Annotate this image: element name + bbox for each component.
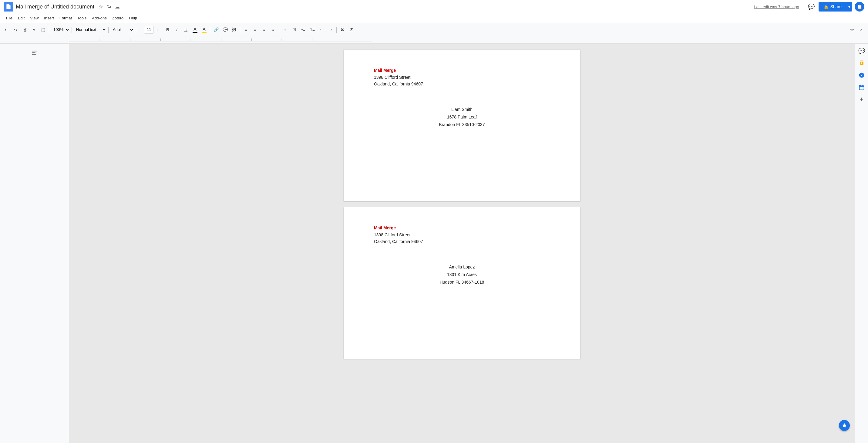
clear-formatting-button[interactable]: ✖ (338, 26, 347, 34)
page1-recipient-street: 1678 Palm Leaf (374, 113, 550, 121)
toolbar-right: ✏ ∧ (848, 26, 866, 34)
undo-button[interactable]: ↩ (2, 26, 11, 34)
menu-tools[interactable]: Tools (75, 14, 89, 22)
chat-sidebar-icon[interactable]: 💬 (857, 46, 866, 56)
numbered-list-button[interactable]: 1≡ (308, 26, 317, 34)
font-select[interactable]: Arial Times New Roman Courier New (110, 26, 134, 34)
star-icon[interactable]: ☆ (98, 3, 103, 10)
insert-comment-button[interactable]: 💬 (221, 26, 229, 34)
separator-7 (240, 27, 240, 33)
text-color-button[interactable]: A (191, 26, 199, 34)
menu-addons[interactable]: Add-ons (90, 14, 109, 22)
menu-edit[interactable]: Edit (16, 14, 27, 22)
redo-button[interactable]: ↪ (11, 26, 20, 34)
bulleted-list-button[interactable]: •≡ (299, 26, 308, 34)
font-size-decrease-button[interactable]: − (138, 26, 144, 34)
z-button[interactable]: Z (347, 26, 356, 34)
right-sidebar: 💬 + (855, 44, 868, 443)
main-layout: Mail Merge 1398 Clifford Street Oakland,… (0, 44, 868, 443)
page1-sender-city: Oakland, California 94607 (374, 80, 550, 87)
menu-view[interactable]: View (28, 14, 41, 22)
outline-icon[interactable] (29, 47, 40, 58)
svg-text:|: | (99, 38, 100, 41)
font-size-input[interactable] (144, 26, 154, 34)
menu-bar: File Edit View Insert Format Tools Add-o… (0, 13, 868, 23)
menu-help[interactable]: Help (126, 14, 140, 22)
lock-icon: 🔒 (824, 4, 829, 9)
indent-increase-button[interactable]: ⇥ (326, 26, 335, 34)
align-right-button[interactable]: ≡ (260, 26, 269, 34)
format-paint-button[interactable]: ⬚ (39, 26, 47, 34)
separator-9 (336, 27, 337, 33)
page2-sender-name: Mail Merge (374, 226, 550, 230)
keep-sidebar-icon[interactable] (857, 58, 866, 68)
share-dropdown-button[interactable]: ▾ (846, 2, 852, 11)
page2-recipient-block: Amelia Lopez 1831 Kim Acres Hudson FL 34… (374, 263, 550, 286)
user-avatar[interactable]: 📋 (855, 2, 864, 11)
print-button[interactable]: 🖨 (21, 26, 29, 34)
svg-text:|: | (160, 38, 161, 41)
align-justify-button[interactable]: ≡ (269, 26, 278, 34)
drive-icon[interactable]: 🗂 (106, 3, 112, 10)
separator-4 (136, 27, 136, 33)
ruler: | | | | | | | | (0, 36, 868, 44)
svg-text:|: | (190, 38, 191, 41)
align-center-button[interactable]: ≡ (251, 26, 259, 34)
page1-sender-name: Mail Merge (374, 68, 550, 73)
link-button[interactable]: 🔗 (212, 26, 220, 34)
text-cursor (374, 141, 374, 146)
toolbar: ↩ ↪ 🖨 A ⬚ 100% 75% 150% Normal text Head… (0, 23, 868, 36)
cloud-icon[interactable]: ☁ (114, 3, 120, 10)
editing-mode-button[interactable]: ✏ (848, 26, 857, 34)
bold-button[interactable]: B (163, 26, 172, 34)
paragraph-style-select[interactable]: Normal text Heading 1 Heading 2 (73, 26, 107, 34)
calendar-sidebar-icon[interactable] (857, 82, 866, 92)
title-icons: ☆ 🗂 ☁ (98, 3, 120, 10)
add-addon-icon[interactable]: + (857, 95, 866, 104)
title-bar: Mail merge of Untitled document ☆ 🗂 ☁ La… (0, 0, 868, 13)
page1-recipient-block: Liam Smith 1678 Palm Leaf Brandon FL 335… (374, 106, 550, 129)
separator-1 (49, 27, 49, 33)
checklist-button[interactable]: ☑ (290, 26, 299, 34)
left-sidebar (0, 44, 69, 443)
svg-text:|: | (221, 38, 221, 41)
fab-button[interactable] (839, 420, 850, 431)
document-area[interactable]: Mail Merge 1398 Clifford Street Oakland,… (69, 44, 855, 443)
separator-2 (71, 27, 72, 33)
font-size-increase-button[interactable]: + (154, 26, 160, 34)
separator-3 (108, 27, 108, 33)
doc-title: Mail merge of Untitled document (16, 4, 94, 10)
insert-image-button[interactable]: 🖼 (230, 26, 238, 34)
indent-decrease-button[interactable]: ⇤ (317, 26, 326, 34)
align-left-button[interactable]: ≡ (242, 26, 250, 34)
last-edit-status[interactable]: Last edit was 7 hours ago (754, 5, 799, 9)
tasks-sidebar-icon[interactable] (857, 70, 866, 80)
page1-cursor-line (374, 141, 550, 146)
page2-sender-street: 1398 Clifford Street (374, 232, 550, 238)
menu-file[interactable]: File (4, 14, 15, 22)
collapse-toolbar-button[interactable]: ∧ (857, 26, 866, 34)
page-1: Mail Merge 1398 Clifford Street Oakland,… (344, 50, 580, 201)
share-container: 🔒 Share ▾ (818, 2, 852, 11)
doc-icon (4, 2, 13, 11)
comment-icon-btn[interactable]: 💬 (806, 2, 816, 11)
underline-button[interactable]: U (182, 26, 190, 34)
page1-recipient-city: Brandon FL 33510-2037 (374, 121, 550, 129)
separator-8 (279, 27, 279, 33)
spell-check-button[interactable]: A (30, 26, 38, 34)
highlight-color-button[interactable]: A (200, 26, 208, 34)
page2-recipient-street: 1831 Kim Acres (374, 271, 550, 278)
menu-insert[interactable]: Insert (41, 14, 56, 22)
font-size-control: − + (138, 26, 160, 34)
svg-rect-13 (859, 85, 864, 90)
line-spacing-button[interactable]: ↕ (281, 26, 289, 34)
page1-sender-street: 1398 Clifford Street (374, 74, 550, 80)
page2-sender-city: Oakland, California 94607 (374, 238, 550, 245)
top-right-actions: 💬 🔒 Share ▾ 📋 (806, 2, 864, 11)
menu-zotero[interactable]: Zotero (110, 14, 126, 22)
italic-button[interactable]: I (173, 26, 181, 34)
menu-format[interactable]: Format (57, 14, 74, 22)
share-button[interactable]: 🔒 Share (818, 2, 846, 11)
ruler-content: | | | | | | | | (69, 36, 868, 43)
zoom-select[interactable]: 100% 75% 150% (51, 26, 70, 34)
